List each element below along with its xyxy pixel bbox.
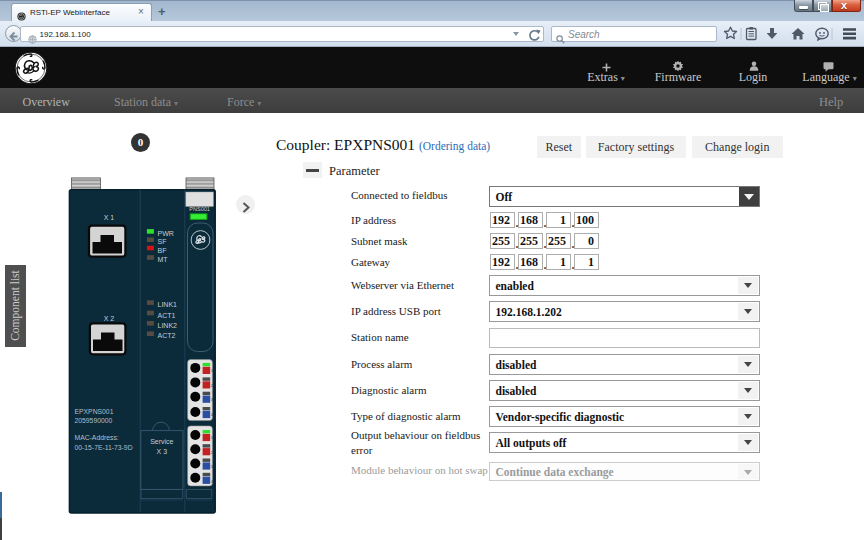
svg-text:X 2: X 2 [104,315,115,322]
svg-text:PWR: PWR [158,230,174,237]
svg-text:LINK2: LINK2 [158,322,178,329]
svg-text:SF: SF [158,238,167,245]
svg-text:X 3: X 3 [157,448,168,455]
svg-text:MAC-Address:: MAC-Address: [75,434,119,441]
svg-text:ACT2: ACT2 [158,332,176,339]
svg-text:ACT1: ACT1 [158,312,176,319]
svg-text:MT: MT [158,256,169,263]
svg-text:00-15-7E-11-73-9D: 00-15-7E-11-73-9D [75,444,133,451]
svg-text:BF: BF [158,247,167,254]
svg-text:2059590000: 2059590000 [75,417,113,424]
svg-text:EPXPNS001: EPXPNS001 [75,408,114,415]
svg-text:Service: Service [150,438,173,445]
svg-text:PNS001: PNS001 [189,206,210,212]
svg-text:X 1: X 1 [104,214,115,221]
svg-text:LINK1: LINK1 [158,301,178,308]
